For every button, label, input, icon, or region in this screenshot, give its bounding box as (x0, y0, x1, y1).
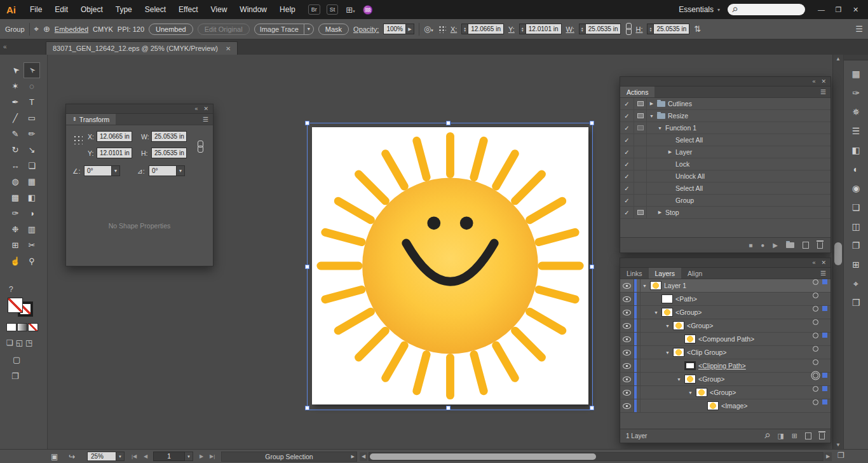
expand-triangle-icon[interactable]: ▼ (676, 377, 682, 382)
tab-align[interactable]: Align (681, 268, 709, 279)
mask-button[interactable]: Mask (318, 24, 349, 35)
new-sublayer-icon[interactable]: ⊞ (792, 432, 797, 440)
close-panel-icon[interactable]: ✕ (821, 259, 826, 266)
stock-button[interactable]: St (327, 4, 339, 15)
action-set-row[interactable]: ✓ ▼ Resize (620, 110, 831, 122)
dialog-toggle-icon[interactable] (634, 207, 647, 218)
dialog-toggle-icon[interactable] (634, 98, 647, 109)
graphic-styles-panel-icon[interactable]: ❏ (848, 202, 864, 213)
none-mode-button[interactable] (28, 323, 38, 331)
column-graph-tool[interactable]: ▥ (24, 221, 40, 237)
shape-builder-tool[interactable]: ◍ (7, 174, 24, 190)
play-action-icon[interactable]: ▶ (773, 242, 778, 249)
eyedropper-tool[interactable]: ✑ (7, 205, 24, 221)
layer-row[interactable]: ▼ <Group> (620, 306, 831, 319)
action-row[interactable]: ✓ ▶ Stop (620, 207, 831, 219)
layer-row[interactable]: <Compound Path> (620, 333, 831, 346)
selection-handle[interactable] (305, 121, 309, 125)
layer-row[interactable]: ▼ <Group> (620, 373, 831, 386)
scroll-right-icon[interactable]: ▶ (824, 452, 832, 461)
edit-toolbar-icon[interactable]: ❐ (11, 371, 19, 381)
action-step-row[interactable]: ✓ ▶ Layer (620, 146, 831, 158)
slice-tool[interactable]: ✂ (24, 237, 40, 253)
width-tool[interactable]: ↔ (7, 158, 24, 174)
selection-handle[interactable] (590, 406, 594, 410)
pen-tool[interactable]: ✒ (7, 94, 24, 110)
constrain-proportions-icon[interactable] (197, 141, 203, 153)
scroll-left-icon[interactable]: ◀ (360, 452, 367, 461)
menu-edit[interactable]: Edit (48, 0, 74, 19)
action-set-row[interactable]: ✓ ▶ Cutlines (620, 98, 831, 110)
action-checkbox[interactable]: ✓ (620, 183, 634, 194)
appearance-panel-icon[interactable]: ◉ (848, 183, 864, 194)
selection-handle[interactable] (590, 121, 594, 125)
stepper-icon[interactable]: ▲▼ (519, 24, 526, 34)
next-artboard-icon[interactable]: ▶ (200, 453, 203, 459)
publish-icon[interactable]: ↪ (69, 452, 75, 461)
y-label[interactable]: Y: (508, 25, 515, 33)
hand-tool[interactable]: ☝ (7, 253, 24, 269)
layer-row[interactable]: <Clipping Path> (620, 359, 831, 373)
gradient-panel-icon[interactable]: ◧ (848, 144, 864, 156)
gradient-mode-button[interactable] (17, 323, 27, 331)
transform-x-field[interactable]: 12.0665 in (97, 131, 132, 142)
workspace-switcher[interactable]: Essentials ▾ (679, 5, 720, 14)
tab-transform[interactable]: ⇕ Transform (66, 114, 116, 125)
artboard[interactable] (312, 127, 588, 404)
visibility-eye-icon[interactable] (620, 333, 634, 345)
restore-button[interactable]: ❐ (830, 3, 847, 17)
make-clip-mask-icon[interactable]: ◨ (777, 432, 783, 440)
stepper-icon[interactable]: ▲▼ (461, 24, 468, 34)
visibility-eye-icon[interactable] (620, 279, 634, 292)
visibility-eye-icon[interactable] (620, 293, 634, 305)
opacity-field[interactable]: 100% ▶ (383, 24, 414, 34)
w-field[interactable]: ▲▼ 25.0535 in (579, 24, 621, 34)
type-tool[interactable]: T (24, 94, 40, 110)
target-circle-icon[interactable] (813, 373, 818, 378)
menu-object[interactable]: Object (74, 0, 109, 19)
reference-point-icon[interactable] (438, 25, 446, 33)
selection-handle[interactable] (446, 406, 451, 410)
target-circle-icon[interactable] (813, 306, 818, 312)
artboards-panel-icon[interactable]: ⊞ (848, 259, 864, 270)
artboard-navigation-dropdown[interactable]: 1 ▼ (153, 450, 193, 463)
expand-triangle-icon[interactable]: ▼ (642, 284, 648, 288)
tab-links[interactable]: Links (620, 268, 649, 279)
pencil-tool[interactable]: ✏ (24, 126, 40, 142)
delete-layer-icon[interactable] (819, 433, 825, 439)
dock-corner-icon[interactable]: ❐ (837, 451, 844, 460)
x-label[interactable]: X: (451, 25, 457, 33)
chevron-down-icon[interactable]: ▾ (304, 24, 314, 35)
action-step-row[interactable]: ✓ Unlock All (620, 170, 831, 183)
visibility-eye-icon[interactable] (620, 319, 634, 332)
menu-effect[interactable]: Effect (172, 0, 204, 19)
transform-options-icon[interactable]: ⇅ (694, 24, 701, 34)
visibility-eye-icon[interactable] (620, 306, 634, 319)
dialog-toggle-icon[interactable] (634, 122, 647, 134)
layer-row[interactable]: ▼ <Clip Group> (620, 346, 831, 359)
vertical-scrollbar[interactable]: ▲ ▼ (832, 55, 843, 449)
scale-tool[interactable]: ↘ (24, 142, 40, 158)
artboard-tool[interactable]: ⊞ (7, 237, 24, 253)
layers-panel-icon[interactable]: ❐ (848, 240, 864, 251)
free-transform-tool[interactable]: ❏ (24, 158, 40, 174)
action-checkbox[interactable]: ✓ (620, 146, 634, 158)
selection-handle[interactable] (590, 265, 594, 269)
symbols-panel-icon[interactable]: ✵ (848, 106, 864, 118)
shear-angle-dropdown[interactable]: 0° ▼ (149, 165, 185, 176)
control-panel-menu-icon[interactable]: ☰ (855, 24, 863, 34)
action-checkbox[interactable]: ✓ (620, 110, 634, 121)
action-checkbox[interactable]: ✓ (620, 195, 634, 206)
target-circle-icon[interactable] (813, 359, 818, 365)
action-step-row[interactable]: ✓ Group (620, 195, 831, 207)
blend-tool[interactable]: ◑ (24, 205, 40, 221)
libraries-panel-icon[interactable]: ❒ (848, 297, 864, 308)
arrange-documents-icon[interactable]: ⊞▾ (346, 5, 355, 15)
chevron-down-icon[interactable]: ▼ (116, 452, 125, 461)
first-artboard-icon[interactable]: |◀ (132, 453, 137, 459)
vertical-scroll-thumb[interactable] (834, 242, 842, 265)
edit-contents-icon[interactable]: ⊕ (43, 24, 50, 34)
layer-row[interactable]: ▼ Layer 1 (620, 279, 831, 293)
line-segment-tool[interactable]: ╱ (7, 110, 24, 126)
selected-art-square[interactable] (822, 333, 827, 338)
